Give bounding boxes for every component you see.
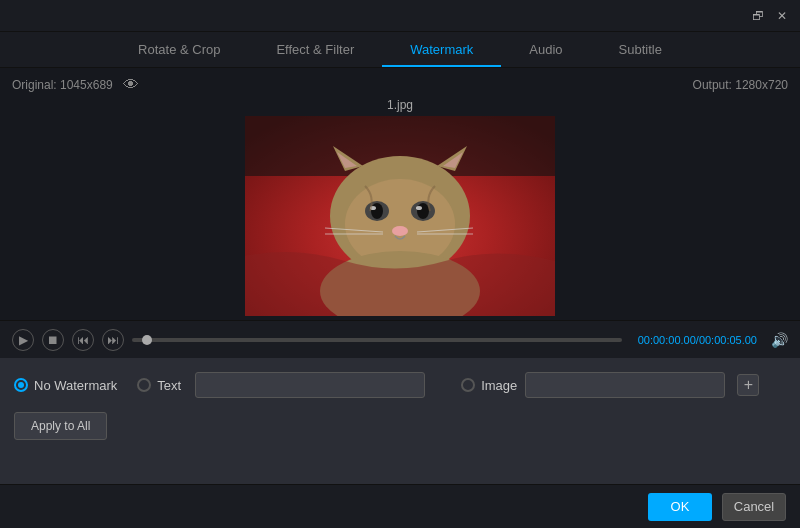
play-button[interactable]: ▶ <box>12 329 34 351</box>
add-image-button[interactable]: + <box>737 374 759 396</box>
no-watermark-radio[interactable] <box>14 378 28 392</box>
tab-rotate-crop[interactable]: Rotate & Crop <box>110 34 248 67</box>
filename-label: 1.jpg <box>12 98 788 112</box>
video-container <box>12 116 788 316</box>
controls-bar: ▶ ⏹ ⏮ ⏭ 00:00:00.00/00:00:05.00 🔊 <box>0 320 800 358</box>
progress-handle[interactable] <box>142 335 152 345</box>
stop-button[interactable]: ⏹ <box>42 329 64 351</box>
svg-point-13 <box>416 206 422 210</box>
time-display: 00:00:00.00/00:00:05.00 <box>638 334 757 346</box>
svg-point-11 <box>417 203 429 219</box>
close-button[interactable]: ✕ <box>772 6 792 26</box>
tab-subtitle[interactable]: Subtitle <box>591 34 690 67</box>
text-input[interactable] <box>195 372 425 398</box>
tab-effect-filter[interactable]: Effect & Filter <box>248 34 382 67</box>
svg-point-14 <box>392 226 408 236</box>
tab-bar: Rotate & Crop Effect & Filter Watermark … <box>0 32 800 68</box>
video-thumbnail <box>245 116 555 316</box>
preview-info-bar: Original: 1045x689 👁 Output: 1280x720 <box>12 72 788 98</box>
eye-icon[interactable]: 👁 <box>123 76 139 94</box>
preview-info-left: Original: 1045x689 👁 <box>12 76 139 94</box>
no-watermark-label: No Watermark <box>34 378 117 393</box>
time-current: 00:00:00.00 <box>638 334 696 346</box>
image-radio[interactable] <box>461 378 475 392</box>
image-input[interactable] <box>525 372 725 398</box>
output-label: Output: 1280x720 <box>693 78 788 92</box>
svg-point-10 <box>371 203 383 219</box>
apply-to-all-button[interactable]: Apply to All <box>14 412 107 440</box>
text-option[interactable]: Text <box>137 378 181 393</box>
title-bar: 🗗 ✕ <box>0 0 800 32</box>
restore-button[interactable]: 🗗 <box>748 6 768 26</box>
text-label: Text <box>157 378 181 393</box>
next-button[interactable]: ⏭ <box>102 329 124 351</box>
bottom-bar: OK Cancel <box>0 484 800 528</box>
original-label: Original: 1045x689 <box>12 78 113 92</box>
ok-button[interactable]: OK <box>648 493 712 521</box>
image-option[interactable]: Image <box>461 378 517 393</box>
watermark-options-row: No Watermark Text Image + <box>14 372 786 398</box>
cat-image <box>245 116 555 316</box>
tab-watermark[interactable]: Watermark <box>382 34 501 67</box>
watermark-panel: No Watermark Text Image + Apply to All <box>0 358 800 498</box>
time-total: 00:00:05.00 <box>699 334 757 346</box>
volume-icon[interactable]: 🔊 <box>771 332 788 348</box>
prev-button[interactable]: ⏮ <box>72 329 94 351</box>
image-label: Image <box>481 378 517 393</box>
preview-area: Original: 1045x689 👁 Output: 1280x720 1.… <box>0 68 800 320</box>
tab-audio[interactable]: Audio <box>501 34 590 67</box>
no-watermark-option[interactable]: No Watermark <box>14 378 117 393</box>
image-section: Image + <box>461 372 759 398</box>
cancel-button[interactable]: Cancel <box>722 493 786 521</box>
progress-bar[interactable] <box>132 338 622 342</box>
text-radio[interactable] <box>137 378 151 392</box>
